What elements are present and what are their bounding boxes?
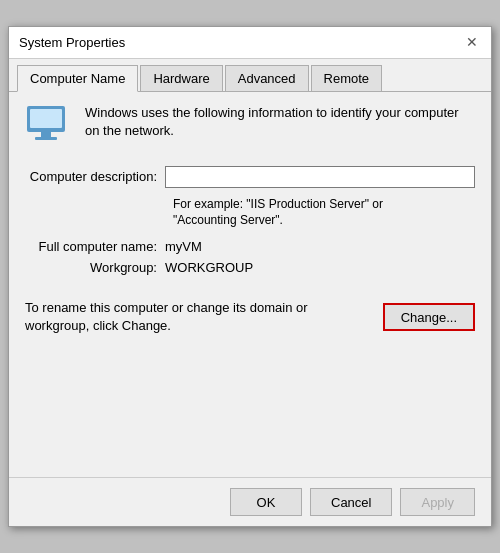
rename-section: To rename this computer or change its do…	[25, 289, 475, 345]
svg-rect-2	[41, 132, 51, 137]
info-section: Windows uses the following information t…	[25, 104, 475, 152]
close-button[interactable]: ✕	[463, 33, 481, 51]
tab-bar: Computer Name Hardware Advanced Remote	[9, 59, 491, 92]
ok-button[interactable]: OK	[230, 488, 302, 516]
workgroup-label: Workgroup:	[25, 260, 165, 275]
title-bar: System Properties ✕	[9, 27, 491, 59]
tab-hardware[interactable]: Hardware	[140, 65, 222, 91]
content-spacer	[25, 345, 475, 465]
system-properties-window: System Properties ✕ Computer Name Hardwa…	[8, 26, 492, 528]
bottom-bar: OK Cancel Apply	[9, 477, 491, 526]
full-name-row: Full computer name: myVM	[25, 239, 475, 254]
change-button[interactable]: Change...	[383, 303, 475, 331]
description-hint: For example: "IIS Production Server" or"…	[173, 196, 475, 230]
workgroup-value: WORKGROUP	[165, 260, 253, 275]
description-row: Computer description:	[25, 166, 475, 188]
full-name-label: Full computer name:	[25, 239, 165, 254]
description-input[interactable]	[165, 166, 475, 188]
window-title: System Properties	[19, 35, 125, 50]
description-section: Computer description: For example: "IIS …	[25, 166, 475, 230]
tab-computer-name[interactable]: Computer Name	[17, 65, 138, 92]
svg-rect-1	[30, 109, 62, 128]
cancel-button[interactable]: Cancel	[310, 488, 392, 516]
computer-icon	[25, 104, 73, 144]
description-label: Computer description:	[25, 169, 165, 184]
tab-remote[interactable]: Remote	[311, 65, 383, 91]
workgroup-row: Workgroup: WORKGROUP	[25, 260, 475, 275]
full-name-value: myVM	[165, 239, 202, 254]
info-text: Windows uses the following information t…	[85, 104, 475, 140]
svg-rect-3	[35, 137, 57, 140]
apply-button[interactable]: Apply	[400, 488, 475, 516]
tab-content: Windows uses the following information t…	[9, 92, 491, 478]
rename-text: To rename this computer or change its do…	[25, 299, 371, 335]
tab-advanced[interactable]: Advanced	[225, 65, 309, 91]
